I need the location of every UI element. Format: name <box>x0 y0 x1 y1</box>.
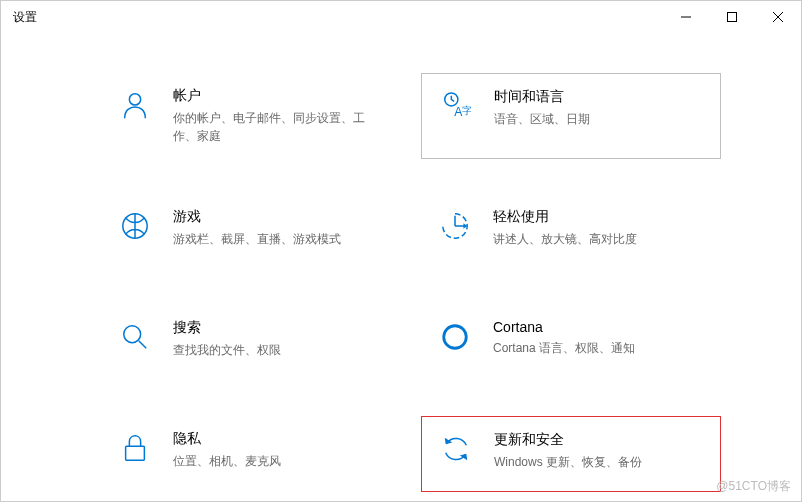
svg-point-4 <box>129 94 140 105</box>
text-wrapper: 帐户 你的帐户、电子邮件、同步设置、工作、家庭 <box>173 87 383 145</box>
item-title: 时间和语言 <box>494 88 590 106</box>
svg-rect-1 <box>728 13 737 22</box>
privacy-icon <box>119 432 151 464</box>
text-wrapper: Cortana Cortana 语言、权限、通知 <box>493 319 635 357</box>
svg-line-10 <box>139 341 147 349</box>
search-icon <box>119 321 151 353</box>
minimize-button[interactable] <box>663 1 709 33</box>
item-desc: 语音、区域、日期 <box>494 110 590 128</box>
window-controls <box>663 1 801 33</box>
accounts-icon <box>119 89 151 121</box>
item-title: 隐私 <box>173 430 281 448</box>
maximize-icon <box>727 12 737 22</box>
text-wrapper: 轻松使用 讲述人、放大镜、高对比度 <box>493 208 637 248</box>
gaming-icon <box>119 210 151 242</box>
item-title: 游戏 <box>173 208 341 226</box>
setting-item-gaming[interactable]: 游戏 游戏栏、截屏、直播、游戏模式 <box>101 194 401 270</box>
titlebar: 设置 <box>1 1 801 33</box>
svg-point-9 <box>124 326 141 343</box>
minimize-icon <box>681 12 691 22</box>
item-desc: 你的帐户、电子邮件、同步设置、工作、家庭 <box>173 109 383 145</box>
item-desc: Cortana 语言、权限、通知 <box>493 339 635 357</box>
setting-item-accounts[interactable]: 帐户 你的帐户、电子邮件、同步设置、工作、家庭 <box>101 73 401 159</box>
maximize-button[interactable] <box>709 1 755 33</box>
item-desc: Windows 更新、恢复、备份 <box>494 453 642 471</box>
svg-text:字: 字 <box>462 105 471 116</box>
item-title: 搜索 <box>173 319 281 337</box>
item-desc: 位置、相机、麦克风 <box>173 452 281 470</box>
settings-grid: 帐户 你的帐户、电子邮件、同步设置、工作、家庭 A字 时间和语言 语音、区域、日… <box>1 33 801 492</box>
window-title: 设置 <box>13 9 37 26</box>
text-wrapper: 更新和安全 Windows 更新、恢复、备份 <box>494 431 642 471</box>
text-wrapper: 游戏 游戏栏、截屏、直播、游戏模式 <box>173 208 341 248</box>
ease-of-access-icon <box>439 210 471 242</box>
time-language-icon: A字 <box>440 90 472 122</box>
cortana-icon <box>439 321 471 353</box>
item-title: 帐户 <box>173 87 383 105</box>
svg-rect-12 <box>126 446 145 460</box>
item-title: Cortana <box>493 319 635 335</box>
setting-item-ease-of-access[interactable]: 轻松使用 讲述人、放大镜、高对比度 <box>421 194 721 270</box>
update-security-icon <box>440 433 472 465</box>
item-desc: 查找我的文件、权限 <box>173 341 281 359</box>
close-button[interactable] <box>755 1 801 33</box>
watermark: @51CTO博客 <box>716 478 791 495</box>
setting-item-search[interactable]: 搜索 查找我的文件、权限 <box>101 305 401 381</box>
item-desc: 游戏栏、截屏、直播、游戏模式 <box>173 230 341 248</box>
setting-item-cortana[interactable]: Cortana Cortana 语言、权限、通知 <box>421 305 721 381</box>
item-title: 轻松使用 <box>493 208 637 226</box>
setting-item-update-security[interactable]: 更新和安全 Windows 更新、恢复、备份 <box>421 416 721 492</box>
setting-item-privacy[interactable]: 隐私 位置、相机、麦克风 <box>101 416 401 492</box>
close-icon <box>773 12 783 22</box>
svg-point-11 <box>444 326 467 349</box>
setting-item-time-language[interactable]: A字 时间和语言 语音、区域、日期 <box>421 73 721 159</box>
item-title: 更新和安全 <box>494 431 642 449</box>
text-wrapper: 时间和语言 语音、区域、日期 <box>494 88 590 128</box>
text-wrapper: 隐私 位置、相机、麦克风 <box>173 430 281 470</box>
item-desc: 讲述人、放大镜、高对比度 <box>493 230 637 248</box>
text-wrapper: 搜索 查找我的文件、权限 <box>173 319 281 359</box>
